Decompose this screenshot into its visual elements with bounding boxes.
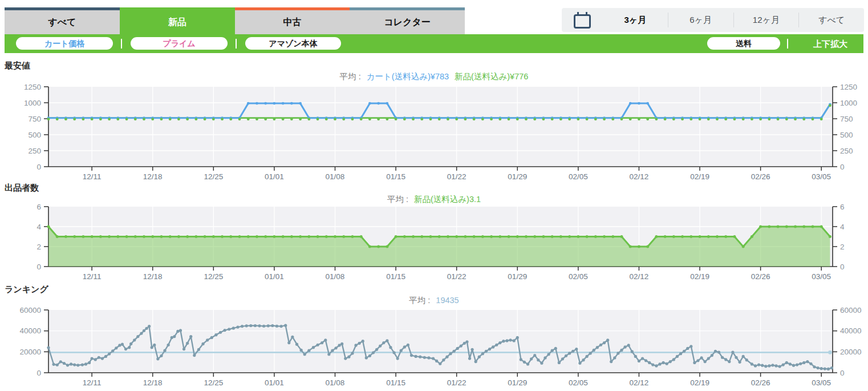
svg-text:02/05: 02/05 bbox=[569, 378, 588, 387]
svg-text:250: 250 bbox=[28, 147, 41, 155]
svg-text:01/08: 01/08 bbox=[326, 272, 345, 281]
svg-text:01/01: 01/01 bbox=[265, 378, 284, 387]
svg-text:20000: 20000 bbox=[19, 348, 41, 356]
svg-text:4: 4 bbox=[36, 223, 41, 231]
svg-text:01/22: 01/22 bbox=[447, 378, 467, 387]
svg-text:1000: 1000 bbox=[24, 99, 41, 107]
svg-text:12/25: 12/25 bbox=[204, 272, 223, 281]
svg-text:01/01: 01/01 bbox=[265, 172, 284, 181]
svg-text:1250: 1250 bbox=[840, 83, 857, 91]
svg-text:750: 750 bbox=[28, 115, 41, 123]
svg-text:12/25: 12/25 bbox=[204, 172, 223, 181]
price-tracker-app: すべて 新品 中古 コレクター 3ヶ月 6ヶ月 12ヶ月 すべて カート価格 プ… bbox=[0, 0, 868, 391]
svg-text:1250: 1250 bbox=[24, 83, 41, 91]
svg-text:0: 0 bbox=[36, 369, 41, 377]
svg-text:02/05: 02/05 bbox=[569, 172, 588, 181]
svg-text:750: 750 bbox=[840, 115, 853, 123]
svg-text:02/12: 02/12 bbox=[630, 172, 649, 181]
svg-text:03/05: 03/05 bbox=[812, 378, 831, 387]
svg-text:01/22: 01/22 bbox=[447, 272, 467, 281]
svg-text:02/19: 02/19 bbox=[690, 272, 709, 281]
svg-text:12/25: 12/25 bbox=[204, 378, 223, 387]
svg-text:0: 0 bbox=[36, 263, 41, 271]
svg-text:6: 6 bbox=[840, 203, 845, 211]
svg-text:60000: 60000 bbox=[19, 306, 41, 315]
svg-text:01/15: 01/15 bbox=[386, 172, 405, 181]
svg-text:01/29: 01/29 bbox=[508, 272, 527, 281]
svg-text:4: 4 bbox=[840, 223, 845, 231]
svg-text:6: 6 bbox=[36, 203, 41, 211]
svg-text:03/05: 03/05 bbox=[812, 272, 831, 281]
svg-text:02/26: 02/26 bbox=[751, 172, 770, 181]
svg-text:01/08: 01/08 bbox=[326, 172, 345, 181]
svg-text:12/18: 12/18 bbox=[143, 272, 163, 281]
svg-text:01/15: 01/15 bbox=[386, 378, 405, 387]
svg-text:40000: 40000 bbox=[840, 326, 862, 335]
svg-text:02/19: 02/19 bbox=[690, 378, 709, 387]
svg-text:01/01: 01/01 bbox=[265, 272, 284, 281]
svg-text:03/05: 03/05 bbox=[812, 172, 831, 181]
svg-text:02/26: 02/26 bbox=[751, 272, 770, 281]
svg-text:01/29: 01/29 bbox=[508, 172, 527, 181]
svg-text:01/22: 01/22 bbox=[447, 172, 467, 181]
svg-text:2: 2 bbox=[36, 243, 41, 251]
svg-text:0: 0 bbox=[840, 163, 845, 171]
svg-text:12/18: 12/18 bbox=[143, 378, 163, 387]
svg-text:20000: 20000 bbox=[840, 348, 862, 356]
charts-canvas[interactable]: 12/1112/1812/2501/0101/0801/1501/2201/29… bbox=[0, 0, 868, 391]
svg-text:60000: 60000 bbox=[840, 306, 862, 315]
svg-text:40000: 40000 bbox=[19, 326, 41, 335]
svg-text:02/26: 02/26 bbox=[751, 378, 770, 387]
svg-text:250: 250 bbox=[840, 147, 853, 155]
svg-text:01/15: 01/15 bbox=[386, 272, 405, 281]
svg-text:01/08: 01/08 bbox=[326, 378, 345, 387]
svg-text:0: 0 bbox=[840, 369, 845, 377]
svg-text:500: 500 bbox=[840, 131, 853, 139]
svg-text:0: 0 bbox=[840, 263, 845, 271]
svg-text:12/11: 12/11 bbox=[83, 272, 102, 281]
svg-text:500: 500 bbox=[28, 131, 41, 139]
svg-text:1000: 1000 bbox=[840, 99, 857, 107]
svg-text:2: 2 bbox=[840, 243, 845, 251]
svg-text:12/11: 12/11 bbox=[83, 172, 102, 181]
svg-text:12/18: 12/18 bbox=[143, 172, 163, 181]
svg-text:02/05: 02/05 bbox=[569, 272, 588, 281]
svg-text:02/12: 02/12 bbox=[630, 378, 649, 387]
svg-text:0: 0 bbox=[36, 163, 41, 171]
svg-text:01/29: 01/29 bbox=[508, 378, 527, 387]
svg-text:02/19: 02/19 bbox=[690, 172, 709, 181]
svg-text:02/12: 02/12 bbox=[630, 272, 649, 281]
svg-text:12/11: 12/11 bbox=[83, 378, 102, 387]
